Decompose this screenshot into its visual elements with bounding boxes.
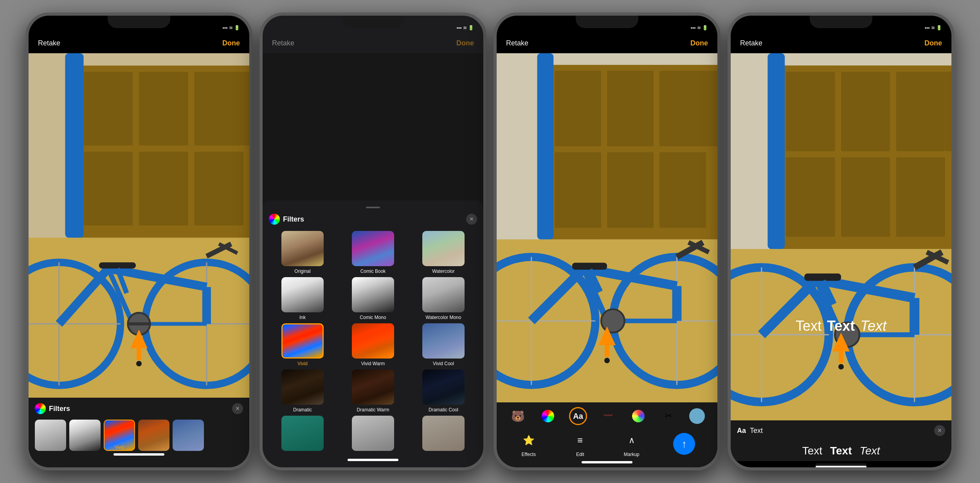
filter-silver[interactable] <box>339 416 407 453</box>
done-button-4[interactable]: Done <box>924 39 942 47</box>
filter-img-comicmono <box>352 277 394 312</box>
done-button-2[interactable]: Done <box>456 39 474 47</box>
nav-bar-2: Retake Done <box>263 33 483 53</box>
filter-thumb-bw2[interactable] <box>69 420 101 451</box>
retake-button-1[interactable]: Retake <box>38 39 60 47</box>
retake-button-2[interactable]: Retake <box>272 39 294 47</box>
svg-rect-9 <box>194 151 243 225</box>
svg-rect-66 <box>896 157 945 237</box>
style-bold[interactable]: Text <box>830 445 852 457</box>
filters-close-2[interactable]: × <box>466 214 477 225</box>
effects-button[interactable]: ⭐ Effects <box>519 431 539 457</box>
markup-button[interactable]: ∧ Markup <box>622 431 641 457</box>
text-tool[interactable]: Aa <box>569 407 587 425</box>
arrow-stem-4 <box>839 351 843 363</box>
filter-watercolormono[interactable]: Watercolor Mono <box>410 277 477 320</box>
svg-rect-39 <box>537 53 554 240</box>
phone-3: ▪▪▪ ≋ 🔋 Retake Done <box>494 13 721 470</box>
filter-img-watercolor <box>422 231 465 266</box>
phone-4: ▪▪▪ ≋ 🔋 Retake Done <box>728 13 955 470</box>
filter-thumb-vivid[interactable]: Vivid <box>104 420 135 451</box>
filter-original[interactable]: Original <box>269 231 336 274</box>
phone-2: ▪▪▪ ≋ 🔋 Retake Done Filters <box>259 13 486 470</box>
svg-rect-62 <box>896 72 945 151</box>
filter-vividwarm[interactable]: Vivid Warm <box>339 323 407 366</box>
filter-img-vividwarm <box>352 323 394 359</box>
filters-icon-1 <box>35 403 46 414</box>
svg-rect-61 <box>841 72 890 151</box>
svg-rect-7 <box>84 151 133 225</box>
text-close-btn[interactable]: × <box>934 425 945 436</box>
svg-rect-54 <box>572 263 607 270</box>
bottom-panel-1: Filters × Vivid <box>29 398 249 467</box>
retake-button-4[interactable]: Retake <box>740 39 762 47</box>
markup-actions: ⭐ Effects ≡ Edit ∧ Markup ↑ <box>503 431 711 457</box>
arrow-dot-1 <box>136 361 142 366</box>
filters-icon-2 <box>269 214 280 225</box>
done-button-1[interactable]: Done <box>222 39 240 47</box>
filter-teal[interactable] <box>269 416 336 453</box>
draw-tool[interactable]: 〰 <box>599 407 617 425</box>
status-bar-4: ▪▪▪ ≋ 🔋 <box>731 16 951 33</box>
filter-thumb-cool[interactable] <box>173 420 204 451</box>
eraser-tool[interactable]: ✂ <box>659 407 677 425</box>
pull-bar <box>366 207 380 208</box>
effects-tool[interactable] <box>629 407 647 425</box>
filter-label-original: Original <box>294 269 310 274</box>
filter-img-comicbook <box>352 231 394 266</box>
arrow-up-1 <box>130 330 148 348</box>
filter-label-vividwarm: Vivid Warm <box>361 361 385 366</box>
status-bar-1: ▪▪▪ ≋ 🔋 <box>29 16 249 33</box>
filter-comicbook[interactable]: Comic Book <box>339 231 407 274</box>
style-normal[interactable]: Text <box>802 445 822 457</box>
svg-rect-33 <box>607 71 654 146</box>
done-button-3[interactable]: Done <box>690 39 708 47</box>
svg-rect-60 <box>786 72 835 151</box>
filter-thumb-warm[interactable] <box>138 420 169 451</box>
style-italic[interactable]: Text <box>859 445 880 457</box>
color-tool[interactable] <box>539 407 557 425</box>
filter-comicmono[interactable]: Comic Mono <box>339 277 407 320</box>
svg-rect-5 <box>194 72 243 146</box>
svg-rect-67 <box>767 53 785 249</box>
sticker-tool[interactable]: 🐻 <box>509 407 527 425</box>
arrow-up-3 <box>598 326 616 345</box>
edit-button[interactable]: ≡ Edit <box>570 431 590 457</box>
filter-fade[interactable] <box>410 416 477 453</box>
nav-bar-3: Retake Done <box>497 33 717 53</box>
filter-dramaticwarm[interactable]: Dramatic Warm <box>339 369 407 413</box>
filter-thumb-bw1[interactable] <box>35 420 66 451</box>
markup-label: Markup <box>624 452 640 457</box>
filters-close-1[interactable]: × <box>232 403 243 414</box>
send-button[interactable]: ↑ <box>673 433 695 455</box>
filter-dramatic[interactable]: Dramatic <box>269 369 336 413</box>
filter-label-ink: Ink <box>299 315 306 320</box>
effects-icon: ⭐ <box>519 431 539 450</box>
filter-grid: Original Comic Book Watercolor <box>269 231 477 453</box>
filter-img-ink <box>281 277 324 312</box>
filter-vivid[interactable]: Vivid <box>269 323 336 366</box>
retake-button-3[interactable]: Retake <box>506 39 528 47</box>
svg-rect-6 <box>243 72 249 146</box>
markup-tools: 🐻 Aa 〰 ✂ <box>503 407 711 425</box>
home-indicator-2 <box>348 459 398 461</box>
filter-img-fade <box>422 416 465 451</box>
status-bar-3: ▪▪▪ ≋ 🔋 <box>497 16 717 33</box>
edit-icon: ≡ <box>570 431 590 450</box>
text-aa-label: Aa <box>737 427 746 435</box>
blur-tool[interactable] <box>689 408 705 424</box>
text-overlay-on-image: Text Text Text <box>731 318 951 334</box>
text-normal-display: Text <box>796 318 821 334</box>
arrow-overlay-4 <box>832 333 850 369</box>
viewfinder-3 <box>497 53 717 402</box>
phone2-content: Filters × Original Comic Book <box>263 53 483 467</box>
arrow-dot-3 <box>604 358 610 363</box>
filter-label-watercolor: Watercolor <box>432 269 455 274</box>
filter-ink[interactable]: Ink <box>269 277 336 320</box>
filter-vividcool[interactable]: Vivid Cool <box>410 323 477 366</box>
phones-container: ▪▪▪ ≋ 🔋 Retake Done <box>0 0 980 483</box>
svg-rect-32 <box>555 71 601 146</box>
filter-watercolor[interactable]: Watercolor <box>410 231 477 274</box>
svg-rect-3 <box>84 72 133 146</box>
filter-dramaticcool[interactable]: Dramatic Cool <box>410 369 477 413</box>
